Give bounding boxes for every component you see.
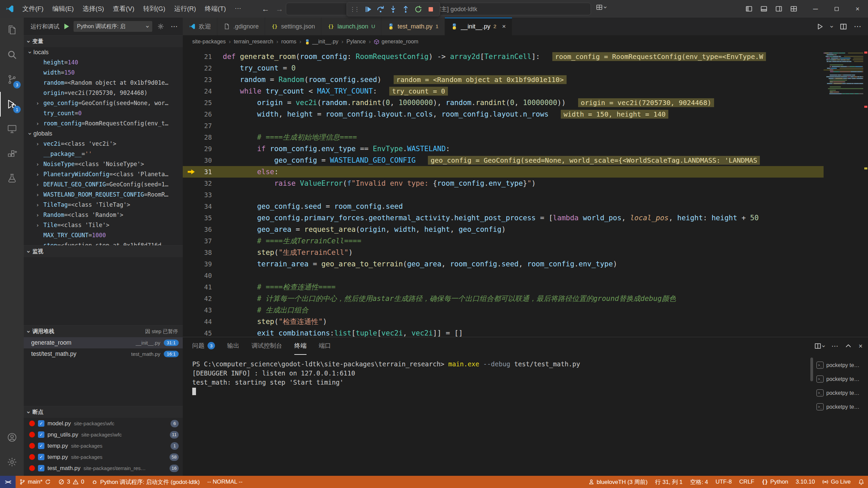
breadcrumb-item[interactable]: terrain_research bbox=[234, 39, 273, 45]
tab-launch-json[interactable]: {}launch.jsonU bbox=[321, 18, 381, 35]
continue-button[interactable] bbox=[362, 3, 374, 15]
activitybar-remote-explorer[interactable] bbox=[0, 117, 24, 141]
line-number[interactable]: 42 bbox=[183, 293, 212, 304]
activitybar-search[interactable] bbox=[0, 42, 24, 67]
toggle-panel-button[interactable] bbox=[758, 3, 770, 15]
status-language-mode[interactable]: {}Python bbox=[758, 476, 792, 488]
drag-handle-icon[interactable]: ⋮⋮ bbox=[350, 6, 358, 13]
restart-button[interactable] bbox=[412, 3, 425, 15]
step-into-button[interactable] bbox=[387, 3, 399, 15]
customize-layout-button[interactable] bbox=[788, 3, 800, 15]
editor-more-actions-button[interactable]: ⋯ bbox=[854, 22, 861, 31]
toggle-sidebar-right-button[interactable] bbox=[773, 3, 785, 15]
breadcrumb-item[interactable]: rooms bbox=[281, 39, 296, 45]
variable-row[interactable]: ›geo_config = GeoConfig(seed=None, wor… bbox=[24, 98, 183, 108]
terminal-list-item[interactable]: >_pocketpy te… bbox=[814, 386, 868, 400]
line-number[interactable]: 43 bbox=[183, 304, 212, 316]
maximize-panel-button[interactable] bbox=[845, 343, 852, 349]
callstack-frame[interactable]: generate_room__init__.py31:1 bbox=[24, 337, 183, 348]
window-minimize-button[interactable]: ─ bbox=[805, 0, 826, 18]
line-number[interactable]: 37 bbox=[183, 235, 212, 247]
variable-row[interactable]: ›NoiseType = <class 'NoiseType'> bbox=[24, 159, 183, 169]
panel-tab-端口[interactable]: 端口 bbox=[319, 337, 331, 355]
watch-pane-header[interactable]: › 监视 bbox=[24, 246, 183, 257]
callstack-pane-header[interactable]: › 调用堆栈 因 step 已暂停 bbox=[24, 326, 183, 337]
status-gitlens-blame[interactable]: blueloveTH (3 周前) bbox=[585, 476, 651, 488]
line-number[interactable]: 29 bbox=[183, 143, 212, 155]
status-python-version[interactable]: 3.10.10 bbox=[792, 476, 819, 488]
nav-forward-icon[interactable]: → bbox=[275, 4, 283, 14]
variable-row[interactable]: ›vec2i = <class 'vec2i'> bbox=[24, 139, 183, 149]
breadcrumb-item[interactable]: Pylance bbox=[347, 39, 366, 45]
variable-row[interactable]: origin = vec2i(7205730, 9024468) bbox=[24, 88, 183, 98]
menu-item[interactable]: 运行(R) bbox=[170, 3, 200, 15]
checkbox-checked-icon[interactable]: ✓ bbox=[38, 431, 44, 438]
window-close-button[interactable]: × bbox=[847, 0, 868, 18]
status-notifications[interactable] bbox=[854, 476, 868, 488]
status-encoding[interactable]: UTF-8 bbox=[712, 476, 735, 488]
line-number[interactable]: 22 bbox=[183, 62, 212, 74]
activitybar-account[interactable] bbox=[0, 425, 24, 450]
variable-row[interactable]: step = <function step at 0x1bf8d716d… bbox=[24, 240, 183, 245]
line-number[interactable]: 40 bbox=[183, 270, 212, 281]
panel-tab-输出[interactable]: 输出 bbox=[227, 337, 239, 355]
status-problems[interactable]: 30 bbox=[55, 476, 88, 488]
variable-row[interactable]: ›room_config = RoomRequestConfig(env_t… bbox=[24, 118, 183, 128]
variable-row[interactable]: ›Tile = <class 'Tile'> bbox=[24, 220, 183, 230]
activitybar-source-control[interactable]: 3 bbox=[0, 67, 24, 92]
variables-pane-header[interactable]: › 变量 bbox=[24, 36, 183, 47]
line-number[interactable]: 35 bbox=[183, 212, 212, 224]
minimap[interactable] bbox=[824, 48, 863, 337]
checkbox-checked-icon[interactable]: ✓ bbox=[38, 420, 44, 427]
chevron-down-icon[interactable]: › bbox=[829, 25, 835, 28]
checkbox-checked-icon[interactable]: ✓ bbox=[38, 465, 44, 471]
line-number[interactable]: 24 bbox=[183, 85, 212, 97]
more-actions-button[interactable]: ⋯ bbox=[169, 21, 179, 32]
variable-row[interactable]: try_count = 0 bbox=[24, 108, 183, 118]
status-indentation[interactable]: 空格: 4 bbox=[686, 476, 712, 488]
line-number[interactable]: 26 bbox=[183, 108, 212, 120]
debug-config-select[interactable]: Python 调试程序: 启 › bbox=[74, 21, 152, 32]
run-python-file-button[interactable] bbox=[816, 23, 824, 30]
line-number[interactable]: 21 bbox=[183, 51, 212, 62]
code-editor[interactable]: 2021def generate_room(room_config: RoomR… bbox=[183, 48, 868, 337]
close-panel-button[interactable]: × bbox=[859, 342, 863, 350]
line-number[interactable]: 20 bbox=[183, 48, 212, 51]
activitybar-debug[interactable]: 1 bbox=[0, 92, 24, 117]
line-number[interactable]: 34 bbox=[183, 201, 212, 212]
toggle-sidebar-left-button[interactable] bbox=[743, 3, 755, 15]
line-number[interactable]: 32 bbox=[183, 178, 212, 189]
breadcrumb-item[interactable]: site-packages bbox=[192, 39, 226, 45]
menu-item[interactable]: 文件(F) bbox=[18, 3, 47, 15]
panel-more-actions-button[interactable]: ⋯ bbox=[831, 342, 838, 350]
tab--[interactable]: 欢迎 bbox=[183, 18, 217, 35]
status-eol[interactable]: CRLF bbox=[735, 476, 758, 488]
breakpoints-pane-header[interactable]: › 断点 bbox=[24, 406, 183, 418]
variable-row[interactable]: MAX_TRY_COUNT = 1000 bbox=[24, 230, 183, 240]
close-icon[interactable]: × bbox=[502, 23, 506, 30]
line-number[interactable]: 41 bbox=[183, 281, 212, 293]
breadcrumb-item[interactable]: generate_room bbox=[374, 39, 418, 45]
line-number[interactable]: 23 bbox=[183, 74, 212, 85]
activitybar-explorer[interactable] bbox=[0, 18, 24, 42]
activitybar-extensions[interactable] bbox=[0, 141, 24, 166]
tab-__init__-py[interactable]: __init__.py2× bbox=[445, 18, 512, 35]
variable-row[interactable]: height = 140 bbox=[24, 57, 183, 67]
checkbox-checked-icon[interactable]: ✓ bbox=[38, 454, 44, 460]
terminal-list-item[interactable]: >_pocketpy te… bbox=[814, 372, 868, 386]
variable-row[interactable]: __package__ = '' bbox=[24, 149, 183, 159]
variables-scope-row[interactable]: ›locals bbox=[24, 47, 183, 57]
status-cursor-position[interactable]: 行 31, 列 1 bbox=[651, 476, 686, 488]
line-number[interactable]: 44 bbox=[183, 316, 212, 327]
terminal-list-item[interactable]: >_pocketpy te… bbox=[814, 400, 868, 414]
checkbox-checked-icon[interactable]: ✓ bbox=[38, 443, 44, 449]
panel-tab-调试控制台[interactable]: 调试控制台 bbox=[252, 337, 282, 355]
split-editor-button[interactable] bbox=[840, 23, 847, 30]
callstack-frame[interactable]: test/test_math.pytest_math.py16:1 bbox=[24, 348, 183, 360]
status-git-branch[interactable]: main* bbox=[16, 476, 55, 488]
terminal-scrollbar[interactable] bbox=[810, 355, 814, 476]
line-number[interactable]: 45 bbox=[183, 327, 212, 337]
status-debug-session[interactable]: Python 调试程序: 启动文件 (godot-ldtk) bbox=[88, 476, 203, 488]
panel-tab-问题[interactable]: 问题3 bbox=[192, 337, 215, 355]
menu-item[interactable]: 编辑(E) bbox=[48, 3, 78, 15]
